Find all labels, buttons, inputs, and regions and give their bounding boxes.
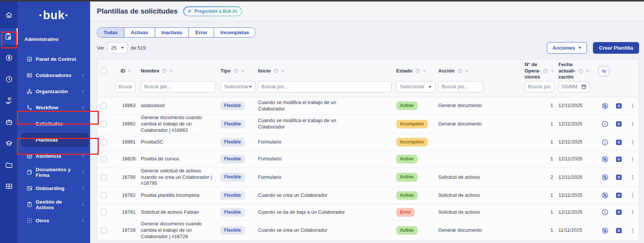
- cell-inicio: Formulario: [258, 139, 396, 145]
- help-icon[interactable]: [578, 68, 584, 74]
- cell-tipo: Flexible: [220, 120, 258, 129]
- tab-error[interactable]: Error: [189, 28, 214, 37]
- tab-todas[interactable]: Todas: [97, 28, 124, 37]
- rail-item-folder[interactable]: [0, 157, 18, 173]
- help-icon[interactable]: [543, 68, 548, 74]
- info-icon[interactable]: [601, 208, 609, 216]
- row-checkbox[interactable]: [101, 139, 107, 145]
- acciones-button[interactable]: Acciones: [547, 42, 587, 54]
- help-icon[interactable]: [415, 68, 420, 74]
- kebab-icon[interactable]: [629, 208, 636, 216]
- sidebar-item-workflow[interactable]: Workflow: [18, 100, 90, 116]
- rail-item-archive[interactable]: [0, 178, 18, 195]
- sidebar-item-gesti-n-de-activos[interactable]: Gestión de Activos: [18, 196, 90, 213]
- bell-off-icon[interactable]: [601, 192, 609, 199]
- sort-icon[interactable]: ↑↓: [170, 69, 172, 73]
- ask-buk-ai-button[interactable]: Preguntale a Buk AI: [183, 6, 242, 16]
- estado-filter-select[interactable]: Seleccionar: [396, 81, 435, 92]
- row-checkbox[interactable]: [101, 228, 107, 234]
- bell-off-icon[interactable]: [601, 227, 609, 234]
- rail-item-benefits[interactable]: [0, 92, 18, 109]
- sort-icon[interactable]: ↑↓: [423, 69, 425, 73]
- preview-icon[interactable]: [615, 174, 623, 181]
- kebab-icon[interactable]: [629, 120, 636, 128]
- kebab-icon[interactable]: [629, 227, 636, 234]
- bell-off-icon[interactable]: [601, 102, 609, 110]
- operaciones-filter-input[interactable]: [525, 81, 555, 92]
- rail-item-time[interactable]: [0, 71, 18, 88]
- fecha-filter-input[interactable]: DD/MM,: [558, 81, 590, 92]
- preview-icon[interactable]: [615, 192, 623, 199]
- sort-icon[interactable]: ↑↓: [281, 69, 284, 73]
- row-checkbox[interactable]: [101, 156, 107, 162]
- kebab-icon[interactable]: [629, 155, 636, 163]
- select-all-checkbox[interactable]: [101, 68, 107, 74]
- cell-fecha: 12/11/2025: [558, 103, 593, 109]
- rail-item-payroll[interactable]: [0, 50, 18, 66]
- cell-fecha: 12/11/2025: [558, 192, 593, 199]
- sort-icon[interactable]: ↑↓: [465, 69, 467, 73]
- preview-icon[interactable]: [615, 120, 623, 128]
- sort-icon[interactable]: ↑↓: [128, 69, 130, 73]
- kebab-icon[interactable]: [629, 102, 636, 110]
- sidebar-item-onboarding[interactable]: Onboarding: [18, 180, 90, 196]
- row-checkbox[interactable]: [101, 103, 107, 109]
- accion-filter-input[interactable]: [438, 81, 483, 92]
- row-checkbox[interactable]: [101, 192, 107, 198]
- sidebar-item-colaboradores[interactable]: Colaboradores: [18, 67, 90, 83]
- rail-item-home[interactable]: [0, 7, 18, 23]
- preview-icon[interactable]: [615, 227, 623, 234]
- info-icon[interactable]: [601, 120, 609, 128]
- sidebar-item-panel-de-control[interactable]: Panel de Control: [18, 51, 90, 67]
- sidebar-item-documentos-y-firma[interactable]: Documentos y Firma: [18, 164, 90, 180]
- help-icon[interactable]: [162, 68, 167, 74]
- info-icon[interactable]: [601, 139, 609, 146]
- row-checkbox[interactable]: [101, 174, 107, 180]
- rail-item-talent[interactable]: [0, 114, 18, 130]
- preview-icon[interactable]: [615, 155, 623, 163]
- row-checkbox[interactable]: [101, 209, 107, 215]
- workflow-icon: [26, 104, 33, 111]
- rail-item-clipboard[interactable]: [0, 28, 18, 45]
- column-settings-button[interactable]: [598, 66, 609, 76]
- page-size-select[interactable]: 25: [107, 42, 128, 53]
- cell-estado: Activo: [396, 191, 438, 200]
- cell-tipo: Flexible: [220, 155, 258, 164]
- sidebar-item-asistencia[interactable]: Asistencia: [18, 148, 90, 164]
- benefits-icon: [5, 97, 13, 105]
- row-actions: [593, 208, 639, 216]
- kebab-icon[interactable]: [629, 192, 636, 199]
- chevron-down-icon: [121, 47, 124, 49]
- chevron-left-icon: [81, 170, 86, 175]
- row-checkbox[interactable]: [101, 121, 107, 127]
- id-filter-input[interactable]: [115, 81, 136, 92]
- column-header: Estado↑↓: [396, 68, 438, 74]
- kebab-icon[interactable]: [629, 174, 636, 181]
- inicio-filter-input[interactable]: [258, 81, 392, 92]
- tab-activas[interactable]: Activas: [124, 28, 154, 37]
- sort-icon[interactable]: ↑↓: [551, 69, 553, 73]
- crear-plantilla-button[interactable]: Crear Plantilla: [593, 42, 639, 54]
- kebab-icon[interactable]: [629, 139, 636, 146]
- bell-off-icon[interactable]: [601, 155, 609, 163]
- sort-icon[interactable]: ↑↓: [241, 69, 243, 73]
- tab-inactivas[interactable]: Inactivas: [155, 28, 189, 37]
- tipo-filter-select[interactable]: Seleccionar: [220, 81, 256, 92]
- cell-tipo: Flexible: [220, 208, 258, 217]
- sidebar-item-organizaci-n[interactable]: Organización: [18, 83, 90, 100]
- help-icon[interactable]: [233, 68, 238, 74]
- help-icon[interactable]: [457, 68, 462, 74]
- sidebar-item-solicitudes[interactable]: Solicitudes: [18, 116, 90, 132]
- preview-icon[interactable]: [615, 208, 623, 216]
- preview-icon[interactable]: [615, 139, 623, 146]
- bell-off-icon[interactable]: [601, 174, 609, 181]
- sort-icon[interactable]: ↑↓: [586, 69, 588, 73]
- rail-item-education[interactable]: [0, 135, 18, 152]
- preview-icon[interactable]: [615, 102, 623, 110]
- nombre-filter-input[interactable]: [141, 81, 216, 92]
- help-icon[interactable]: [273, 68, 279, 74]
- tab-incompletas[interactable]: Incompletas: [214, 28, 255, 37]
- sidebar-item-plantillas[interactable]: Plantillas: [18, 132, 90, 148]
- sidebar-item-otros[interactable]: Otros: [18, 213, 90, 229]
- cell-accion: Solicitud de activos: [438, 209, 525, 216]
